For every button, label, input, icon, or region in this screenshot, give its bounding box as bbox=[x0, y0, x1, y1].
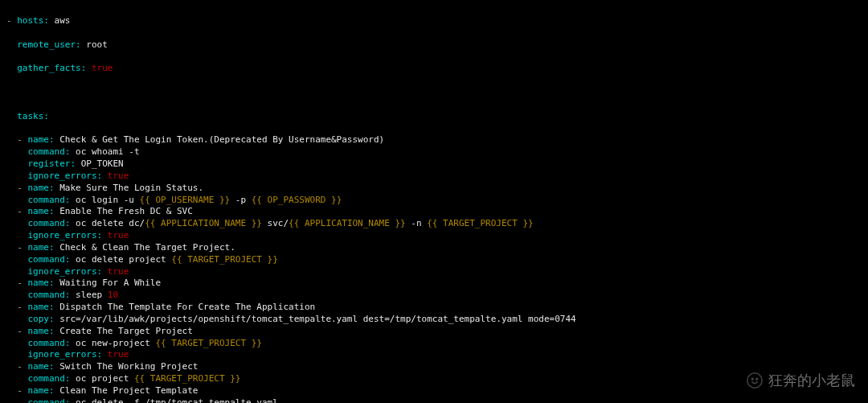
key-name: name: bbox=[28, 278, 55, 288]
key-command: command: bbox=[28, 146, 71, 157]
cmd-text: oc new-project bbox=[70, 338, 155, 348]
key-command: command: bbox=[28, 290, 71, 300]
key-ignore-errors: ignore_errors: bbox=[28, 349, 103, 360]
copy-args: src=/var/lib/awk/projects/openshift/tomc… bbox=[55, 314, 576, 324]
ignore-errors-val: true bbox=[102, 230, 129, 241]
key-name: name: bbox=[28, 183, 55, 193]
key-name: name: bbox=[28, 206, 55, 216]
num: 10 bbox=[108, 290, 118, 300]
cmd-text: oc login -u bbox=[70, 195, 139, 205]
key-hosts: hosts: bbox=[17, 15, 49, 26]
code-editor[interactable]: - hosts: aws remote_user: root gather_fa… bbox=[0, 0, 868, 403]
task-name-3: Check & Clean The Target Project. bbox=[55, 242, 235, 253]
key-name: name: bbox=[28, 326, 55, 336]
cmd-text: oc project bbox=[70, 373, 133, 384]
val-remote-user: root bbox=[81, 39, 108, 50]
task-name-2: Enable The Fresh DC & SVC bbox=[55, 206, 193, 216]
var: {{ APPLICATION_NAME }} bbox=[289, 218, 406, 228]
key-command: command: bbox=[28, 338, 71, 348]
var: {{ TARGET_PROJECT }} bbox=[171, 254, 277, 265]
val-gather-facts: true bbox=[86, 63, 113, 73]
key-tasks: tasks: bbox=[17, 111, 49, 121]
task-name-1: Make Sure The Login Status. bbox=[55, 183, 203, 193]
register-val: OP_TOKEN bbox=[76, 158, 124, 169]
key-ignore-errors: ignore_errors: bbox=[28, 171, 103, 181]
task-name-4: Waiting For A While bbox=[55, 278, 161, 288]
key-name: name: bbox=[28, 302, 55, 312]
task-name-5: Dispatch The Template For Create The App… bbox=[55, 302, 316, 312]
key-command: command: bbox=[28, 218, 71, 228]
key-name: name: bbox=[28, 385, 55, 396]
cmd-text: oc delete dc/ bbox=[70, 218, 145, 228]
key-command: command: bbox=[28, 195, 71, 205]
key-command: command: bbox=[28, 397, 71, 403]
var: {{ TARGET_PROJECT }} bbox=[427, 218, 533, 228]
cmd-text: oc delete project bbox=[70, 254, 171, 265]
task-name-7: Switch The Working Project bbox=[55, 361, 199, 372]
key-register: register: bbox=[28, 158, 76, 169]
cmd-text: sleep bbox=[70, 290, 107, 300]
task-name-6: Create The Target Project bbox=[55, 326, 193, 336]
key-ignore-errors: ignore_errors: bbox=[28, 266, 103, 277]
val-hosts: aws bbox=[49, 15, 71, 26]
key-remote-user: remote_user: bbox=[17, 39, 80, 50]
cmd-text: oc delete -f /tmp/tomcat_tempalte.yaml bbox=[70, 397, 277, 403]
key-command: command: bbox=[28, 254, 71, 265]
var: {{ OP_PASSWORD }} bbox=[252, 195, 342, 205]
ignore-errors-val: true bbox=[102, 349, 129, 360]
var: {{ APPLICATION_NAME }} bbox=[145, 218, 262, 228]
task-name-8: Clean The Project Template bbox=[55, 385, 199, 396]
cmd-text: oc whoami -t bbox=[70, 146, 139, 157]
var: {{ TARGET_PROJECT }} bbox=[155, 338, 261, 348]
var: {{ TARGET_PROJECT }} bbox=[134, 373, 240, 384]
key-name: name: bbox=[28, 134, 55, 145]
key-name: name: bbox=[28, 361, 55, 372]
ignore-errors-val: true bbox=[102, 171, 129, 181]
ignore-errors-val: true bbox=[102, 266, 129, 277]
task-name-0: Check & Get The Login Token.(Deprecated … bbox=[55, 134, 385, 145]
key-name: name: bbox=[28, 242, 55, 253]
key-command: command: bbox=[28, 373, 71, 384]
key-gather-facts: gather_facts: bbox=[17, 63, 86, 73]
key-ignore-errors: ignore_errors: bbox=[28, 230, 103, 241]
var: {{ OP_USERNAME }} bbox=[140, 195, 231, 205]
key-copy: copy: bbox=[28, 314, 55, 324]
